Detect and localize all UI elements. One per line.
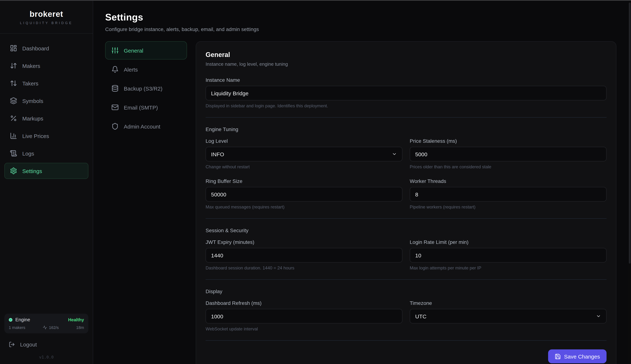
sidebar-nav: Dashboard Makers Takers Symbols Markups xyxy=(0,34,93,180)
divider xyxy=(206,218,606,219)
arrow-down-up-icon xyxy=(10,62,17,69)
brand-logo: brokeret LIQUIDITY BRIDGE xyxy=(0,1,93,34)
section-title-session-security: Session & Security xyxy=(206,228,606,233)
sidebar-item-live-prices[interactable]: Live Prices xyxy=(4,128,88,144)
tab-general[interactable]: General xyxy=(105,41,187,60)
tab-label: Backup (S3/R2) xyxy=(124,85,162,92)
jwt-expiry-label: JWT Expiry (minutes) xyxy=(206,239,402,245)
price-staleness-hint: Prices older than this are considered st… xyxy=(410,164,606,170)
sidebar-item-label: Live Prices xyxy=(22,133,49,139)
sidebar-item-settings[interactable]: Settings xyxy=(4,163,88,179)
logout-button[interactable]: Logout xyxy=(4,339,88,350)
engine-status-dot xyxy=(9,318,12,322)
scrollbar[interactable] xyxy=(628,2,631,364)
divider xyxy=(206,279,606,280)
sidebar-item-label: Takers xyxy=(22,80,38,86)
sliders-icon xyxy=(111,47,119,54)
section-title-engine-tuning: Engine Tuning xyxy=(206,126,606,132)
sidebar-item-label: Logs xyxy=(22,150,34,156)
timezone-select[interactable]: UTC xyxy=(410,309,606,324)
timezone-field: Timezone UTC xyxy=(410,300,606,332)
tick-rate: 162/s xyxy=(43,325,59,330)
scroll-text-icon xyxy=(10,150,17,157)
divider xyxy=(206,117,606,118)
jwt-expiry-hint: Dashboard session duration. 1440 = 24 ho… xyxy=(206,266,402,270)
layers-icon xyxy=(10,97,17,104)
sidebar-item-label: Markups xyxy=(22,115,43,122)
log-level-field: Log Level INFO Change without restart xyxy=(206,138,402,170)
sidebar-item-dashboard[interactable]: Dashboard xyxy=(4,40,88,56)
sidebar-item-makers[interactable]: Makers xyxy=(4,58,88,74)
tab-label: Alerts xyxy=(124,66,138,72)
price-staleness-input[interactable] xyxy=(410,147,606,161)
tab-backup[interactable]: Backup (S3/R2) xyxy=(105,79,187,98)
section-title-display: Display xyxy=(206,288,606,294)
worker-threads-label: Worker Threads xyxy=(410,178,606,184)
price-staleness-field: Price Staleness (ms) Prices older than t… xyxy=(410,138,606,170)
worker-threads-field: Worker Threads Pipeline workers (require… xyxy=(410,178,606,210)
mail-icon xyxy=(111,104,119,111)
jwt-expiry-input[interactable] xyxy=(206,248,402,262)
sidebar-item-symbols[interactable]: Symbols xyxy=(4,93,88,109)
tab-label: General xyxy=(124,47,143,54)
sidebar-item-takers[interactable]: Takers xyxy=(4,75,88,91)
sidebar-item-label: Symbols xyxy=(22,98,43,104)
log-level-select[interactable]: INFO xyxy=(206,147,402,161)
login-rate-limit-label: Login Rate Limit (per min) xyxy=(410,239,606,245)
ring-buffer-input[interactable] xyxy=(206,187,402,202)
tick-rate-value: 162/s xyxy=(49,325,59,330)
brand-tagline: LIQUIDITY BRIDGE xyxy=(20,21,73,25)
bell-icon xyxy=(111,66,119,73)
sidebar-item-label: Dashboard xyxy=(22,45,49,51)
tab-label: Email (SMTP) xyxy=(124,104,158,110)
makers-count: 1 makers xyxy=(9,325,26,330)
price-staleness-label: Price Staleness (ms) xyxy=(410,138,606,144)
logout-icon xyxy=(9,341,15,348)
save-changes-button[interactable]: Save Changes xyxy=(548,350,606,363)
page-title: Settings xyxy=(105,12,616,23)
log-level-hint: Change without restart xyxy=(206,164,402,170)
arrow-up-down-icon xyxy=(10,80,17,87)
engine-health-badge: Healthy xyxy=(68,317,84,322)
login-rate-limit-input[interactable] xyxy=(410,248,606,262)
sidebar-item-label: Makers xyxy=(22,62,40,69)
save-icon xyxy=(554,353,561,360)
sidebar-item-logs[interactable]: Logs xyxy=(4,145,88,161)
gear-icon xyxy=(10,167,17,174)
log-level-label: Log Level xyxy=(206,138,402,144)
instance-name-input[interactable] xyxy=(206,86,606,100)
tab-label: Admin Account xyxy=(124,123,160,130)
jwt-expiry-field: JWT Expiry (minutes) Dashboard session d… xyxy=(206,239,402,270)
instance-name-hint: Displayed in sidebar and login page. Ide… xyxy=(206,103,606,108)
sidebar-item-markups[interactable]: Markups xyxy=(4,110,88,126)
settings-panel: General Instance name, log level, engine… xyxy=(196,41,616,364)
shield-icon xyxy=(111,123,119,130)
divider xyxy=(206,340,606,341)
timezone-label: Timezone xyxy=(410,300,606,306)
instance-name-label: Instance Name xyxy=(206,77,606,83)
dashboard-refresh-hint: WebSocket update interval xyxy=(206,326,402,332)
worker-threads-input[interactable] xyxy=(410,187,606,202)
sidebar: brokeret LIQUIDITY BRIDGE Dashboard Make… xyxy=(0,1,93,364)
tab-alerts[interactable]: Alerts xyxy=(105,60,187,78)
tab-email[interactable]: Email (SMTP) xyxy=(105,98,187,116)
database-icon xyxy=(111,85,119,92)
save-changes-label: Save Changes xyxy=(564,353,600,360)
scrollbar-thumb[interactable] xyxy=(629,2,631,264)
panel-title: General xyxy=(206,51,606,59)
bar-chart-icon xyxy=(10,132,17,140)
logout-label: Logout xyxy=(20,341,37,348)
percent-icon xyxy=(10,115,17,122)
ring-buffer-field: Ring Buffer Size Max queued messages (re… xyxy=(206,178,402,210)
chevron-down-icon xyxy=(392,152,397,157)
panel-subtitle: Instance name, log level, engine tuning xyxy=(206,61,606,67)
dashboard-refresh-input[interactable] xyxy=(206,309,402,324)
worker-threads-hint: Pipeline workers (requires restart) xyxy=(410,204,606,210)
login-rate-limit-field: Login Rate Limit (per min) Max login att… xyxy=(410,239,606,270)
activity-icon xyxy=(43,325,47,330)
ring-buffer-label: Ring Buffer Size xyxy=(206,178,402,184)
sidebar-item-label: Settings xyxy=(22,168,42,174)
sidebar-footer: Engine Healthy 1 makers 162/s 18m Lo xyxy=(0,314,93,364)
chevron-down-icon xyxy=(596,314,601,319)
tab-admin-account[interactable]: Admin Account xyxy=(105,117,187,136)
